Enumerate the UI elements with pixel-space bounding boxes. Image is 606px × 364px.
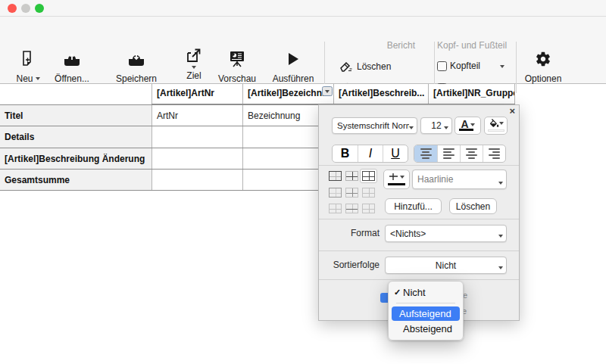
header-checkbox[interactable]: Kopfteil bbox=[437, 61, 480, 71]
bold-button[interactable]: B bbox=[333, 145, 358, 162]
table-cell[interactable]: ArtNr bbox=[152, 105, 242, 126]
app-window: Neu Öffnen... Speichern Ziel Vors bbox=[0, 0, 606, 364]
font-size-select[interactable]: 12 bbox=[420, 117, 452, 134]
table-cell[interactable] bbox=[152, 126, 242, 148]
toolbar: Neu Öffnen... Speichern Ziel Vors bbox=[0, 17, 606, 84]
column-header[interactable]: [Artikel]ArtNr bbox=[152, 84, 242, 104]
border-inner-button[interactable] bbox=[345, 171, 358, 181]
format-value: <Nichts> bbox=[390, 226, 498, 241]
font-style-segmented: B I U bbox=[332, 145, 408, 163]
row-label[interactable]: [Artikel]Beschreibung Änderung bbox=[0, 148, 152, 169]
close-icon[interactable]: × bbox=[509, 105, 515, 117]
save-button-label: Speichern bbox=[116, 73, 157, 84]
save-tray-icon bbox=[110, 48, 163, 70]
run-button-label: Ausführen bbox=[273, 73, 314, 84]
line-style-value: Haarlinie bbox=[417, 170, 498, 188]
delete-report-button[interactable]: Löschen bbox=[339, 61, 391, 72]
zoom-window-button[interactable] bbox=[35, 4, 44, 13]
checkmark-icon: ✓ bbox=[394, 288, 403, 297]
open-button[interactable]: Öffnen... bbox=[48, 48, 96, 84]
border-cross-icon bbox=[389, 173, 398, 182]
border-color-button[interactable] bbox=[383, 170, 410, 189]
run-button[interactable]: Ausführen bbox=[267, 48, 320, 84]
report-column-headers: [Artikel]ArtNr [Artikel]Bezeichn. [Artik… bbox=[152, 84, 515, 104]
group-label-header-footer: Kopf- und Fußteil bbox=[437, 40, 507, 51]
title-bar bbox=[0, 0, 606, 17]
sort-order-menu: ✓ Nicht Aufsteigend Absteigend bbox=[388, 281, 464, 341]
line-style-select[interactable]: Haarlinie bbox=[412, 170, 507, 189]
row-label[interactable]: Details bbox=[0, 126, 152, 148]
export-target-icon bbox=[179, 47, 209, 65]
menu-item-aufsteigend[interactable]: Aufsteigend bbox=[392, 306, 460, 321]
presentation-board-icon bbox=[214, 48, 260, 70]
chevron-down-icon bbox=[499, 122, 504, 125]
border-preset-button[interactable] bbox=[329, 188, 342, 198]
header-dropdown-icon[interactable] bbox=[500, 65, 504, 68]
save-button[interactable]: Speichern bbox=[110, 48, 163, 84]
align-default-button[interactable] bbox=[414, 145, 437, 162]
border-preset-button[interactable] bbox=[345, 188, 358, 198]
border-preset-button[interactable] bbox=[362, 204, 375, 213]
column-header[interactable]: [Artikel]Beschreib... bbox=[333, 84, 428, 104]
open-tray-icon bbox=[48, 48, 96, 70]
border-outer-button[interactable] bbox=[329, 171, 342, 181]
align-center-button[interactable] bbox=[460, 145, 483, 162]
erase-icon bbox=[339, 61, 352, 72]
border-preset-button[interactable] bbox=[329, 204, 342, 213]
close-window-button[interactable] bbox=[8, 4, 17, 13]
chevron-down-icon bbox=[444, 126, 448, 129]
border-preset-button[interactable] bbox=[362, 188, 375, 198]
new-button-label: Neu bbox=[16, 73, 33, 84]
panel-divider bbox=[319, 165, 519, 166]
font-family-value: Systemschrift Norm bbox=[337, 118, 409, 133]
font-family-select[interactable]: Systemschrift Norm bbox=[332, 117, 417, 134]
text-color-button[interactable]: A bbox=[454, 117, 481, 135]
paint-bucket-icon bbox=[489, 119, 499, 129]
align-right-button[interactable] bbox=[483, 145, 505, 162]
target-button[interactable]: Ziel bbox=[179, 47, 209, 81]
table-cell[interactable] bbox=[152, 148, 242, 169]
menu-item-absteigend[interactable]: Absteigend bbox=[389, 321, 463, 337]
sort-order-select[interactable]: Nicht bbox=[385, 257, 507, 274]
border-all-button[interactable] bbox=[362, 171, 375, 181]
open-button-label: Öffnen... bbox=[55, 73, 89, 84]
italic-button[interactable]: I bbox=[358, 145, 383, 162]
column-header[interactable]: [Artikel]Bezeichn. bbox=[242, 84, 333, 104]
preview-button[interactable]: Vorschau bbox=[214, 48, 260, 84]
minimize-window-button[interactable] bbox=[21, 4, 30, 13]
align-right-icon bbox=[489, 148, 500, 159]
table-cell[interactable] bbox=[152, 170, 242, 190]
chevron-down-icon bbox=[400, 176, 405, 179]
add-button[interactable]: Hinzufü... bbox=[385, 198, 442, 214]
format-select[interactable]: <Nichts> bbox=[385, 225, 507, 242]
chevron-down-icon bbox=[470, 123, 475, 126]
options-button-label: Optionen bbox=[525, 73, 562, 84]
sort-order-value: Nicht bbox=[393, 257, 498, 273]
border-horizontal-button[interactable] bbox=[345, 204, 358, 213]
new-button[interactable]: Neu bbox=[11, 48, 45, 84]
sort-order-label: Sortierfolge bbox=[319, 260, 380, 270]
fill-color-button[interactable] bbox=[484, 117, 508, 135]
align-default-icon bbox=[420, 148, 432, 159]
format-label: Format bbox=[319, 228, 380, 238]
menu-item-label: Aufsteigend bbox=[399, 308, 451, 319]
row-label[interactable]: Gesamtsumme bbox=[0, 170, 152, 190]
options-button[interactable]: Optionen bbox=[523, 48, 564, 84]
chevron-down-icon bbox=[498, 235, 503, 238]
column-options-dropdown-button[interactable] bbox=[322, 86, 333, 96]
menu-item-nicht[interactable]: ✓ Nicht bbox=[389, 285, 463, 300]
run-play-icon bbox=[267, 48, 320, 70]
row-label[interactable]: Titel bbox=[0, 105, 152, 126]
current-text-color-swatch bbox=[459, 129, 473, 131]
align-left-button[interactable] bbox=[437, 145, 460, 162]
column-header[interactable]: [Artikel]NR_Gruppe bbox=[428, 84, 515, 104]
align-center-icon bbox=[466, 148, 477, 159]
chevron-down-icon bbox=[325, 90, 330, 93]
chevron-down-icon bbox=[498, 266, 503, 269]
header-checkbox-label: Kopfteil bbox=[450, 61, 480, 71]
delete-button[interactable]: Löschen bbox=[449, 198, 497, 214]
underline-button[interactable]: U bbox=[383, 145, 408, 162]
new-document-icon bbox=[11, 48, 45, 70]
font-size-value: 12 bbox=[429, 118, 444, 133]
current-fill-color-swatch bbox=[488, 129, 504, 132]
